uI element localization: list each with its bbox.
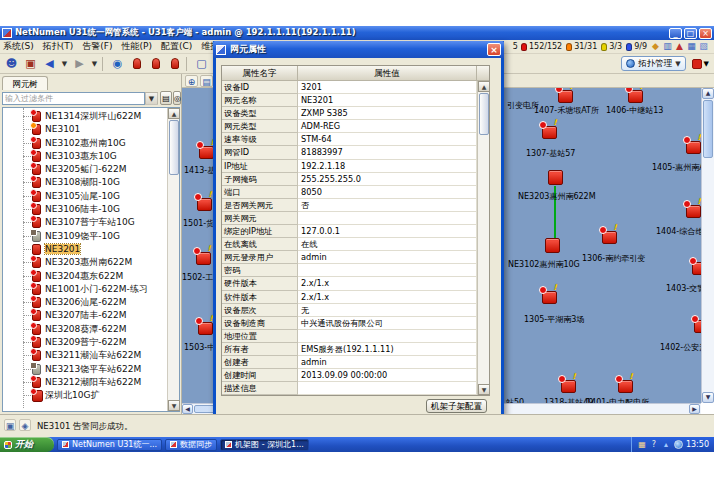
tree-item[interactable]: NE3201 [3,243,163,256]
property-value[interactable]: 127.0.0.1 [298,225,477,238]
property-value[interactable]: ADM-REG [298,120,477,133]
toolbar-icon[interactable]: ◀ [41,56,58,72]
menubar-tool-icon[interactable]: ▧ [698,41,709,52]
property-value[interactable]: 192.2.1.18 [298,160,477,173]
table-row[interactable]: 端口 8050 [222,186,477,199]
property-value[interactable]: EMS服务器(192.1.1.11) [298,343,477,356]
message-icon[interactable]: ◈ [19,419,31,431]
tree-item[interactable]: NE3206汕尾-622M [3,296,163,309]
tree-item[interactable]: NE3211潮汕车站622M [3,349,163,362]
toolbar-icon[interactable]: ☻ [3,56,20,72]
tree-item[interactable]: NE3209普宁-622M [3,336,163,349]
ne-node-icon[interactable] [694,320,701,333]
property-value[interactable]: ZXMP S385 [298,107,477,120]
tree-item[interactable]: NE3101 [3,123,163,136]
ne-node-icon[interactable] [628,90,643,103]
table-row[interactable]: 子网掩码 255.255.255.0 [222,173,477,186]
table-row[interactable]: 设备ID 3201 [222,81,477,94]
property-value[interactable] [298,330,477,343]
filter-search-button[interactable]: ◎ [173,91,181,105]
taskbar-task-button[interactable]: 机架图 - 深圳北1... [220,439,309,451]
rack-config-button[interactable]: 机架子架配置 [426,399,487,413]
table-row[interactable]: 创建时间 2013.09.09 00:00:00 [222,369,477,382]
scroll-down-icon[interactable]: ▼ [168,400,180,411]
table-row[interactable]: 设备类型 ZXMP S385 [222,107,477,120]
ne-node-icon[interactable] [561,380,576,393]
toolbar-icon[interactable]: ▼ [60,56,69,72]
filter-dropdown-button[interactable]: ▼ [145,92,158,105]
filter-edit-button[interactable]: ▤ [160,91,172,105]
scroll-right-icon[interactable]: ▶ [689,404,700,414]
table-scrollbar-thumb[interactable] [479,93,489,135]
tree-scrollbar-thumb[interactable] [169,120,179,175]
property-value[interactable] [298,212,477,225]
table-row[interactable]: 地理位置 [222,330,477,343]
tree-item[interactable]: NE3109饶平-10G [3,230,163,243]
alarm-lamp[interactable]: 31/31 [566,42,597,51]
property-value[interactable]: admin [298,251,477,264]
scroll-up-icon[interactable]: ▲ [478,81,490,92]
table-row[interactable]: 软件版本 2.x/1.x [222,291,477,304]
tab-ne-tree[interactable]: 网元树 [2,76,48,90]
tree-item[interactable]: NE3106陆丰-10G [3,203,163,216]
table-row[interactable]: 描述信息 [222,382,477,395]
taskbar-task-button[interactable]: 数据同步 [165,439,217,451]
tree-item[interactable]: NE3204惠东622M [3,270,163,283]
topology-manage-button[interactable]: 拓扑管理 ▼ [621,56,685,71]
minimize-button[interactable]: _ [669,28,682,39]
table-row[interactable]: 设备制造商 中兴通讯股份有限公司 [222,317,477,330]
map-vertical-scrollbar[interactable]: ▲ ▼ [701,88,714,403]
tree-item[interactable]: NE3208葵潭-622M [3,323,163,336]
ne-node-icon[interactable] [618,380,633,393]
property-value[interactable]: NE3201 [298,94,477,107]
tree-item[interactable]: NE3108潮阳-10G [3,176,163,189]
tree-item[interactable]: NE3102惠州南10G [3,137,163,150]
alarm-lamp[interactable]: 3/3 [601,42,622,51]
filter-input[interactable] [2,92,145,105]
table-row[interactable]: 所有者 EMS服务器(192.1.1.11) [222,343,477,356]
tree-item[interactable]: NE3205鲘门-622M [3,163,163,176]
ne-node-icon[interactable] [558,90,573,103]
table-row[interactable]: 硬件版本 2.x/1.x [222,277,477,290]
toolbar-icon[interactable]: ▣ [22,56,39,72]
dialog-titlebar[interactable]: 网元属性 × [213,41,504,58]
table-row[interactable]: 网关网元 [222,212,477,225]
table-row[interactable]: IP地址 192.2.1.18 [222,160,477,173]
maximize-button[interactable]: □ [684,28,697,39]
table-row[interactable]: 在线离线 在线 [222,238,477,251]
table-row[interactable]: 绑定的IP地址 127.0.0.1 [222,225,477,238]
table-scrollbar[interactable]: ▲ ▼ [477,81,489,395]
scroll-down-icon[interactable]: ▼ [702,392,714,403]
ne-node-icon[interactable] [197,198,212,211]
tray-icon[interactable]: ? [649,440,659,450]
table-row[interactable]: 网元类型 ADM-REG [222,120,477,133]
toolbar-icon[interactable] [128,56,145,72]
tray-icon[interactable]: ▦ [637,440,647,450]
ne-node-icon[interactable] [542,291,557,304]
scroll-up-icon[interactable]: ▲ [702,88,714,99]
tree-item[interactable]: 深圳北10G扩 [3,389,163,402]
table-row[interactable]: 网元登录用户 admin [222,251,477,264]
menubar-tool-icon[interactable]: ◆ [650,41,661,52]
tree-item[interactable]: NE3213饶平车站622M [3,363,163,376]
tree-item[interactable]: NE3105汕尾-10G [3,190,163,203]
map-tool-icon[interactable]: ⊕ [185,75,198,87]
taskbar-clock[interactable]: 13:50 [674,440,709,449]
start-button[interactable]: 开始 [0,437,54,452]
property-value[interactable]: STM-64 [298,133,477,146]
scroll-down-icon[interactable]: ▼ [478,384,490,395]
ne-node-icon[interactable] [199,146,214,159]
property-value[interactable]: 81883997 [298,146,477,159]
ne-node-icon[interactable] [686,205,701,218]
tree-item[interactable]: NE1314深圳坪山622M [3,110,163,123]
property-value[interactable]: 2013.09.09 00:00:00 [298,369,477,382]
property-value[interactable]: 8050 [298,186,477,199]
table-row[interactable]: 网元名称 NE3201 [222,94,477,107]
table-row[interactable]: 速率等级 STM-64 [222,133,477,146]
menu-item[interactable]: 配置(C) [161,40,192,53]
map-vscroll-thumb[interactable] [703,100,713,158]
map-tool-icon[interactable]: ▤ [200,75,213,87]
toolbar-icon[interactable]: ▼ [90,56,99,72]
tree-item[interactable]: NE3103惠东10G [3,150,163,163]
property-value[interactable]: 2.x/1.x [298,277,477,290]
